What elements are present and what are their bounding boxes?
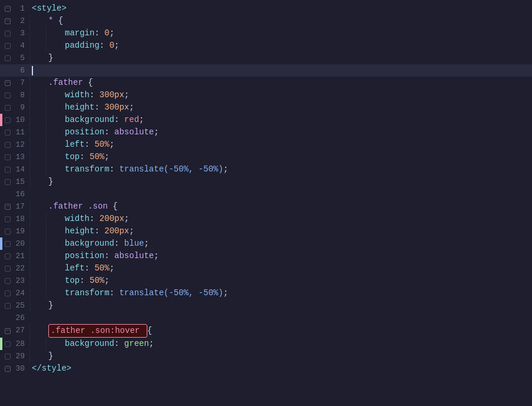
line-number: 9 (13, 101, 29, 114)
fold-marker[interactable] (2, 338, 13, 350)
code-tokens: height: 200px; (62, 225, 134, 237)
table-row: −30</style> (0, 362, 532, 375)
indent-guide (29, 138, 46, 151)
fold-marker[interactable]: − (2, 2, 13, 15)
table-row: 25} (0, 299, 532, 312)
line-content (29, 188, 532, 200)
code-tokens: background: red; (62, 114, 144, 126)
token: { (147, 325, 152, 337)
token: translate(-50%, -50%) (119, 287, 223, 299)
line-content: } (29, 176, 532, 188)
indent-guide (29, 338, 46, 350)
indent-guide (46, 213, 62, 225)
fold-marker[interactable] (2, 262, 13, 275)
line-content: } (29, 350, 532, 362)
line-number: 8 (13, 89, 29, 101)
fold-marker[interactable]: − (2, 362, 13, 375)
line-content: } (29, 52, 532, 64)
line-content: position: absolute; (29, 126, 532, 138)
token: : (85, 262, 95, 275)
fold-marker[interactable] (2, 225, 13, 237)
table-row: −7.father { (0, 77, 532, 89)
line-number: 24 (13, 287, 29, 299)
token: left (65, 138, 85, 151)
fold-marker[interactable] (2, 188, 13, 200)
fold-marker[interactable] (2, 213, 13, 225)
fold-marker[interactable] (2, 52, 13, 64)
code-tokens: } (46, 350, 53, 362)
indent-guide (29, 163, 46, 176)
fold-marker[interactable] (2, 151, 13, 163)
fold-marker[interactable] (2, 312, 13, 324)
indent-guide (29, 287, 46, 299)
indent-guide (29, 324, 46, 338)
fold-marker[interactable]: − (2, 200, 13, 213)
token: ; (104, 151, 109, 163)
fold-marker[interactable] (2, 138, 13, 151)
code-tokens: .father { (46, 77, 93, 89)
table-row: 3margin: 0; (0, 27, 532, 39)
line-number: 16 (13, 188, 29, 200)
fold-marker[interactable] (2, 89, 13, 101)
token: padding (65, 39, 100, 52)
line-content: transform: translate(-50%, -50%); (29, 287, 532, 299)
token: top (65, 275, 80, 287)
token: translate(-50%, -50%) (119, 163, 223, 176)
code-tokens (29, 188, 32, 200)
fold-marker[interactable]: − (2, 324, 13, 338)
line-content: top: 50%; (29, 275, 532, 287)
code-tokens: transform: translate(-50%, -50%); (62, 163, 228, 176)
code-tokens (29, 64, 34, 77)
token: width (65, 89, 90, 101)
fold-marker[interactable] (2, 64, 13, 77)
indent-guide (29, 27, 46, 39)
token: 200px (100, 213, 124, 225)
fold-marker[interactable] (2, 250, 13, 262)
table-row: 4padding: 0; (0, 39, 532, 52)
table-row: 28background: green; (0, 338, 532, 350)
fold-marker[interactable] (2, 350, 13, 362)
fold-marker[interactable] (2, 237, 13, 250)
token: 0 (110, 39, 114, 52)
indent-guide (29, 350, 46, 362)
fold-marker[interactable] (2, 176, 13, 188)
fold-marker[interactable] (2, 114, 13, 126)
fold-marker[interactable] (2, 287, 13, 299)
token: : (104, 250, 114, 262)
line-number: 4 (13, 39, 29, 52)
token: background (65, 237, 114, 250)
token: ; (124, 213, 129, 225)
line-number: 23 (13, 275, 29, 287)
code-tokens: position: absolute; (62, 250, 159, 262)
line-content: transform: translate(-50%, -50%); (29, 163, 532, 176)
table-row: −17.father .son { (0, 200, 532, 213)
table-row: 24transform: translate(-50%, -50%); (0, 287, 532, 299)
token: : (110, 287, 120, 299)
fold-marker[interactable]: − (2, 77, 13, 89)
token: { (88, 77, 92, 89)
fold-marker[interactable] (2, 163, 13, 176)
line-number: 28 (13, 338, 29, 350)
token: : (94, 101, 104, 114)
code-tokens: padding: 0; (62, 39, 119, 52)
token: } (48, 350, 53, 362)
fold-marker[interactable] (2, 275, 13, 287)
fold-marker[interactable] (2, 27, 13, 39)
fold-marker[interactable] (2, 126, 13, 138)
fold-marker[interactable]: − (2, 15, 13, 27)
token: : (100, 39, 110, 52)
line-content: background: blue; (29, 237, 532, 250)
indent-guide (29, 151, 46, 163)
code-tokens (29, 312, 32, 324)
indent-guide (46, 27, 62, 39)
fold-marker[interactable] (2, 299, 13, 312)
indent-guide (29, 89, 46, 101)
line-content: width: 300px; (29, 89, 532, 101)
line-content: } (29, 299, 532, 312)
fold-marker[interactable] (2, 39, 13, 52)
fold-marker[interactable] (2, 101, 13, 114)
token: 200px (104, 225, 129, 237)
token: 300px (100, 89, 124, 101)
token: { (58, 15, 63, 27)
indent-guide (46, 275, 62, 287)
